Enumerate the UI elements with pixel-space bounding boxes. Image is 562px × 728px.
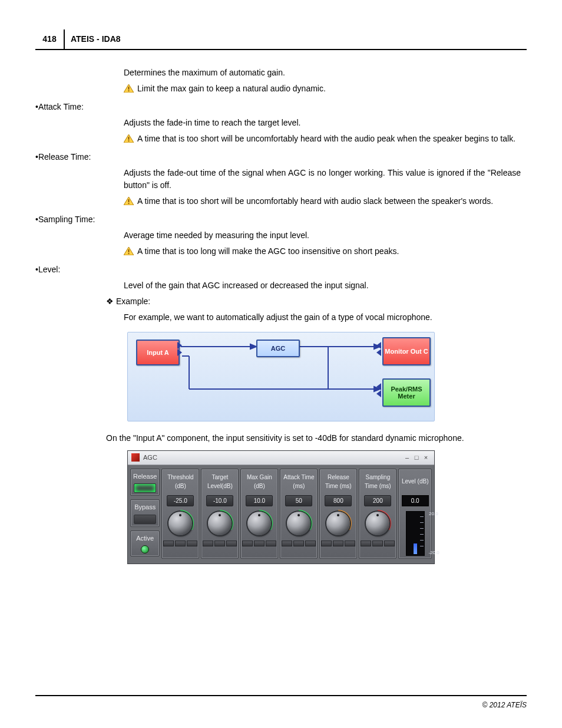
example-heading: Example: — [106, 295, 521, 308]
knob-label: Max Gain (dB) — [242, 472, 276, 492]
page-title: ATEIS - IDA8 — [64, 29, 127, 49]
agc-window: AGC – □ × Release Bypass Active Thr — [127, 450, 435, 564]
warning-icon — [124, 247, 134, 255]
svg-rect-1 — [128, 87, 130, 90]
item-name: Sampling Time: — [38, 213, 95, 226]
knob-stepper[interactable] — [242, 541, 276, 546]
page-header: 418 ATEIS - IDA8 — [35, 29, 527, 50]
item-warning-text: A time that is too short will be uncomfo… — [137, 196, 493, 206]
knob-ring — [206, 510, 233, 537]
bypass-indicator — [134, 515, 156, 524]
item-name: Attack Time: — [38, 101, 84, 113]
knob-stepper[interactable] — [321, 541, 355, 546]
release-indicator — [134, 483, 156, 493]
knob-value[interactable]: -10.0 — [206, 495, 233, 506]
knob-column: Sampling Time (ms)200 — [359, 469, 396, 559]
minimize-button[interactable]: – — [402, 453, 412, 463]
level-label: Level (dB) — [402, 472, 429, 492]
window-icon — [131, 453, 140, 462]
knob-ring — [167, 510, 194, 537]
knob-ring — [325, 510, 352, 537]
knob-column: Attack Time (ms)50 — [280, 469, 318, 559]
level-meter: 20.0 -20.0 — [406, 511, 425, 556]
diagram-node-input[interactable]: Input A — [136, 340, 180, 365]
knob-label: Attack Time (ms) — [282, 472, 316, 492]
agc-titlebar: AGC – □ × — [128, 451, 434, 465]
item-warning: A time that is too long will make the AG… — [124, 245, 521, 258]
intro-text: Determines the maximum of automatic gain… — [124, 67, 521, 79]
item-desc: Level of the gain that AGC increased or … — [124, 279, 521, 292]
knob-label: Release Time (ms) — [321, 472, 355, 492]
diagram-node-monitor[interactable]: Monitor Out C — [382, 337, 431, 365]
release-toggle[interactable]: Release — [130, 469, 160, 496]
warning-icon — [124, 197, 134, 205]
item-warning-text: A time that is too short will be uncomfo… — [137, 134, 515, 143]
knob-value[interactable]: 50 — [285, 495, 312, 506]
knob[interactable] — [326, 512, 350, 535]
svg-rect-4 — [128, 137, 130, 140]
knob-label: Threshold (dB) — [163, 472, 197, 492]
item-warning-text: A time that is too long will make the AG… — [137, 246, 399, 256]
knob-label: Target Level(dB) — [203, 472, 237, 492]
intro-warning-text: Limit the max gain to keep a natural aud… — [137, 84, 326, 93]
knob[interactable] — [247, 512, 271, 535]
item-desc: Average time needed by measuring the inp… — [124, 229, 521, 242]
after-diagram-text: On the "Input A" component, the input se… — [106, 432, 521, 444]
knob-value[interactable]: -25.0 — [167, 495, 194, 506]
item-warning: A time that is too short will be uncomfo… — [124, 133, 521, 145]
close-button[interactable]: × — [421, 453, 431, 463]
svg-rect-8 — [128, 203, 130, 204]
page-footer: © 2012 ATEÏS — [35, 695, 527, 710]
knob[interactable] — [366, 512, 389, 535]
agc-title-text: AGC — [143, 453, 402, 463]
page-number: 418 — [35, 29, 64, 49]
knob-column: Threshold (dB)-25.0 — [161, 469, 199, 559]
item-desc: Adjusts the fade-out time of the signal … — [124, 167, 521, 192]
intro-warning: Limit the max gain to keep a natural aud… — [124, 83, 521, 95]
active-led-icon — [141, 545, 149, 554]
svg-rect-10 — [128, 249, 130, 252]
knob[interactable] — [208, 512, 232, 535]
item-warning: A time that is too short will be uncomfo… — [124, 195, 521, 207]
active-indicator-panel: Active — [130, 531, 160, 557]
bypass-toggle[interactable]: Bypass — [130, 499, 160, 527]
knob-stepper[interactable] — [282, 541, 316, 546]
knob-ring — [246, 510, 273, 537]
knob-ring — [285, 510, 312, 537]
warning-icon — [124, 84, 134, 93]
maximize-button[interactable]: □ — [412, 453, 421, 463]
diagram-node-meter[interactable]: Peak/RMS Meter — [382, 378, 431, 407]
knob-stepper[interactable] — [361, 541, 395, 546]
knob[interactable] — [287, 512, 310, 535]
knob[interactable] — [168, 512, 192, 535]
item-name: Release Time: — [38, 151, 91, 163]
level-value: 0.0 — [402, 495, 429, 506]
knob-label: Sampling Time (ms) — [361, 472, 395, 492]
knob-value[interactable]: 10.0 — [246, 495, 273, 506]
example-text: For example, we want to automatically ad… — [124, 311, 521, 324]
level-column: Level (dB) 0.0 20.0 -20.0 — [398, 469, 432, 559]
knob-ring — [364, 510, 391, 537]
svg-marker-13 — [250, 344, 256, 349]
svg-rect-5 — [128, 140, 130, 141]
knob-value[interactable]: 200 — [364, 495, 391, 506]
svg-rect-11 — [128, 253, 130, 254]
knob-column: Release Time (ms)800 — [319, 469, 357, 559]
knob-stepper[interactable] — [203, 541, 237, 546]
svg-rect-7 — [128, 199, 130, 202]
knob-stepper[interactable] — [163, 541, 197, 546]
knob-column: Max Gain (dB)10.0 — [240, 469, 278, 559]
knob-value[interactable]: 800 — [325, 495, 352, 506]
svg-rect-2 — [128, 90, 130, 91]
item-desc: Adjusts the fade-in time to reach the ta… — [124, 117, 521, 129]
warning-icon — [124, 134, 134, 143]
signal-flow-diagram: Input A AGC Monitor Out C Peak/RMS Meter — [127, 332, 435, 421]
knob-column: Target Level(dB)-10.0 — [201, 469, 239, 559]
item-name: Level: — [38, 263, 60, 276]
diagram-node-agc[interactable]: AGC — [256, 340, 300, 357]
